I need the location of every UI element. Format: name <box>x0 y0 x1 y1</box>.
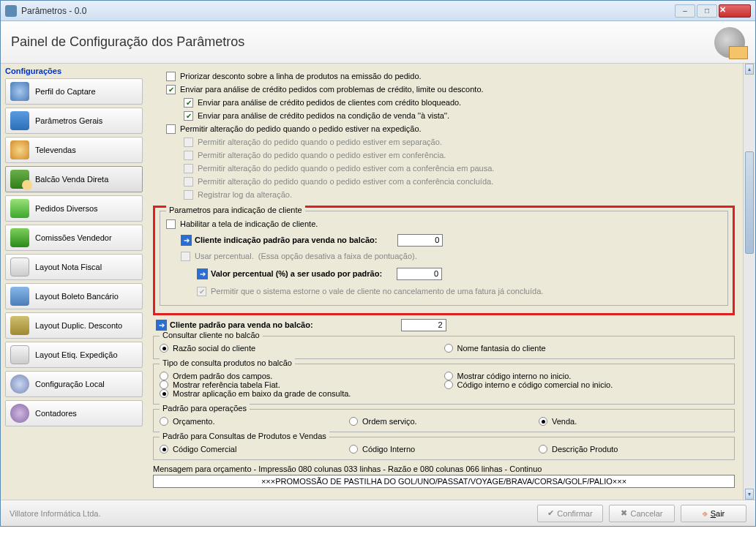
group-indicacao-title: Parametros para indicação de cliente <box>166 206 305 214</box>
lbl-alt-concl: Permitir alteração do pedido quando o pe… <box>198 177 493 186</box>
footer-brand: Villatore Informática Ltda. <box>10 509 531 518</box>
x-icon: ✖ <box>621 508 627 518</box>
group-title: Padrão para operações <box>160 404 250 413</box>
radio-nome-fantasia[interactable] <box>444 344 453 353</box>
minimize-button[interactable]: – <box>675 4 695 18</box>
exit-button[interactable]: ⎆Sair <box>681 505 746 522</box>
radio-desc-produto[interactable] <box>539 445 547 454</box>
sidebar-item-label: Comissões Vendedor <box>35 233 112 242</box>
lbl-alt-sep: Permitir alteração do pedido quando o pe… <box>198 138 442 146</box>
input-valor-percentual[interactable] <box>397 268 442 280</box>
cancel-button[interactable]: ✖Cancelar <box>609 505 675 522</box>
group-title: Padrão para Consultas de Produtos e Vend… <box>160 432 329 440</box>
input-mensagem-orcamento[interactable] <box>153 475 735 488</box>
scroll-up-icon[interactable]: ▴ <box>745 64 754 75</box>
lbl-venda: Venda. <box>552 417 577 426</box>
radio-cod-interno-comercial[interactable] <box>444 380 453 389</box>
radio-orcamento[interactable] <box>160 417 168 426</box>
sidebar-item-boleto[interactable]: Layout Boleto Bancário <box>5 283 143 309</box>
maximize-button[interactable]: □ <box>697 4 717 18</box>
group-title: Tipo de consulta produtos no balcão <box>160 358 295 367</box>
check-shield-icon <box>10 228 29 247</box>
sidebar-item-contadores[interactable]: Contadores <box>5 400 143 426</box>
sidebar-item-pedidos[interactable]: Pedidos Diversos <box>5 195 143 222</box>
sidebar-item-label: Layout Boleto Bancário <box>35 292 119 301</box>
lbl-habilitar-indicacao: Habilitar a tela de indicação de cliente… <box>180 219 318 228</box>
lbl-cliente-indicacao: Cliente indicação padrão para venda no b… <box>195 236 377 244</box>
arrow-right-icon: ➔ <box>197 268 208 279</box>
radio-cod-interno-inicio[interactable] <box>444 372 453 380</box>
chk-alt-pausa <box>184 164 193 173</box>
group-padrao-oper: Padrão para operações Orçamento. Ordem s… <box>153 409 735 432</box>
scrollbar[interactable]: ▴ ▾ <box>743 64 755 500</box>
confirm-button[interactable]: ✔Confirmar <box>537 505 603 522</box>
chk-habilitar-indicacao[interactable] <box>166 219 176 229</box>
lbl-ordem-servico: Ordem serviço. <box>362 417 417 426</box>
chk-alt-sep <box>184 138 193 147</box>
chk-alt-concl <box>184 177 193 187</box>
lbl-priorizar: Priorizar desconto sobre a linha de prod… <box>180 72 422 80</box>
radio-razao-social[interactable] <box>160 344 168 353</box>
radio-ordem-servico[interactable] <box>349 417 358 426</box>
sidebar-item-param-gerais[interactable]: Parâmetros Gerais <box>5 108 143 134</box>
lbl-usar-percentual-note: (Essa opção desativa a faixa de pontuaçã… <box>258 252 417 260</box>
counter-spin-icon <box>10 404 29 423</box>
lbl-ref-fiat: Mostrar referência tabela Fiat. <box>173 380 280 389</box>
sidebar-item-balcao[interactable]: Balcão Venda Direta <box>5 166 143 192</box>
content-panel: ▴ ▾ Priorizar desconto sobre a linha de … <box>147 64 755 500</box>
input-cliente-indicacao[interactable] <box>397 234 443 247</box>
chk-enviar-credito[interactable]: ✔ <box>166 85 176 94</box>
sidebar-item-label: Contadores <box>35 409 77 418</box>
radio-cod-interno[interactable] <box>349 445 358 454</box>
lbl-alt-pausa: Permitir alteração do pedido quando o pe… <box>198 164 494 173</box>
panel-header: Painel de Configuração dos Parâmetros <box>1 21 755 64</box>
chk-permitir-alt[interactable] <box>166 124 176 134</box>
input-cliente-padrao[interactable] <box>401 319 446 331</box>
lbl-permitir-estorno: Permitir que o sistema estorne o vale de… <box>211 287 543 296</box>
chk-avista[interactable]: ✔ <box>184 111 193 121</box>
sidebar-item-label: Pedidos Diversos <box>35 204 98 213</box>
lbl-cod-interno-comercial: Código interno e código comercial no ini… <box>457 380 613 389</box>
chk-credito-bloqueado[interactable]: ✔ <box>184 98 193 108</box>
counter-icon <box>10 170 29 189</box>
window-title: Parâmetros - 0.0 <box>21 6 675 16</box>
highlight-box: Parametros para indicação de cliente Hab… <box>153 206 735 315</box>
chk-reg-log <box>184 190 193 200</box>
gear-icon <box>714 27 745 58</box>
titlebar[interactable]: Parâmetros - 0.0 – □ ✕ <box>1 1 755 21</box>
document-icon <box>10 287 29 306</box>
lbl-reg-log: Registrar log da alteração. <box>198 190 292 199</box>
sidebar-item-comissoes[interactable]: Comissões Vendedor <box>5 225 143 251</box>
sidebar-item-etiq[interactable]: Layout Etiq. Expedição <box>5 342 143 368</box>
lbl-enviar-credito: Enviar para análise de crédito pedidos c… <box>180 85 484 94</box>
lbl-nome-fantasia: Nome fantasia do cliente <box>457 344 546 353</box>
edit-icon <box>10 199 29 218</box>
chk-usar-percentual <box>181 252 190 261</box>
radio-cod-comercial[interactable] <box>160 445 168 454</box>
sidebar-item-label: Configuração Local <box>35 380 105 388</box>
sidebar: Configurações Perfil do Captare Parâmetr… <box>1 64 147 500</box>
lbl-avista: Enviar para análise de crédito pedidos n… <box>198 111 449 120</box>
chk-alt-conf <box>184 151 193 160</box>
lbl-permitir-alt: Permitir alteração do pedido quando o pe… <box>180 124 422 133</box>
scroll-down-icon[interactable]: ▾ <box>745 489 754 500</box>
close-button[interactable]: ✕ <box>719 4 751 18</box>
radio-ref-fiat[interactable] <box>160 380 168 389</box>
radio-venda[interactable] <box>539 417 547 426</box>
label-icon <box>10 345 29 364</box>
scroll-thumb[interactable] <box>745 151 754 254</box>
sidebar-item-perfil[interactable]: Perfil do Captare <box>5 78 143 105</box>
chk-permitir-estorno: ✔ <box>197 287 206 296</box>
chk-priorizar[interactable] <box>166 72 176 81</box>
app-icon <box>5 5 17 17</box>
group-title: Consultar cliente no balcão <box>160 331 263 339</box>
sidebar-item-televendas[interactable]: Televendas <box>5 137 143 163</box>
sidebar-item-duplic[interactable]: Layout Duplic. Desconto <box>5 312 143 339</box>
radio-ordem-padrao[interactable] <box>160 372 168 380</box>
panel-title: Painel de Configuração dos Parâmetros <box>11 34 714 50</box>
group-padrao-consulta: Padrão para Consultas de Produtos e Vend… <box>153 437 735 460</box>
radio-mostrar-aplic[interactable] <box>160 389 168 398</box>
sidebar-item-nota-fiscal[interactable]: Layout Nota Fiscal <box>5 254 143 280</box>
sidebar-item-config-local[interactable]: Configuração Local <box>5 371 143 397</box>
check-icon: ✔ <box>547 508 554 518</box>
